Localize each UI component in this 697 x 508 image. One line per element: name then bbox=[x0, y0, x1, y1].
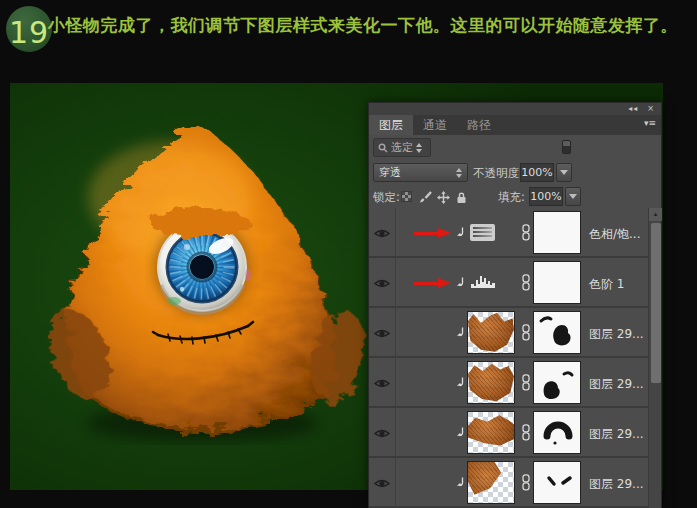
tab-layers[interactable]: 图层 bbox=[369, 115, 413, 135]
visibility-eye-icon[interactable] bbox=[374, 278, 390, 289]
clipping-mask-icon bbox=[456, 427, 465, 439]
opacity-dropdown-button[interactable] bbox=[556, 163, 572, 182]
layer-row-huesat[interactable]: 色相/饱... bbox=[369, 208, 648, 258]
hue-saturation-adjustment-icon[interactable] bbox=[470, 224, 495, 241]
annotation-arrow bbox=[414, 280, 451, 287]
levels-adjustment-icon[interactable] bbox=[470, 274, 497, 289]
layer-mask-thumbnail[interactable] bbox=[533, 211, 581, 254]
step-number: 19 bbox=[9, 15, 49, 50]
layer-list: 色相/饱... bbox=[369, 208, 648, 508]
layer-name: 图层 29... bbox=[589, 376, 644, 393]
panel-tabbar: 图层 通道 路径 bbox=[369, 115, 661, 135]
filter-toggle-icon[interactable] bbox=[562, 140, 571, 154]
lock-all-icon[interactable] bbox=[456, 191, 467, 204]
scroll-up-button[interactable]: ▴ bbox=[649, 208, 662, 221]
fill-input[interactable]: 100% bbox=[529, 187, 563, 206]
close-panel-icon[interactable]: × bbox=[647, 105, 655, 113]
layer-row-pixel[interactable]: 图层 29... bbox=[369, 358, 648, 408]
opacity-input[interactable]: 100% bbox=[520, 163, 554, 182]
layer-row-pixel[interactable]: 图层 29... bbox=[369, 408, 648, 458]
link-mask-icon bbox=[521, 374, 531, 391]
layers-scrollbar[interactable]: ▴ bbox=[648, 208, 661, 508]
tutorial-step-text: 小怪物完成了，我们调节下图层样式来美化一下他。这里的可以开始随意发挥了。 bbox=[48, 14, 696, 37]
layer-mask-thumbnail[interactable] bbox=[533, 311, 581, 354]
layer-name: 图层 29... bbox=[589, 476, 644, 493]
visibility-eye-icon[interactable] bbox=[374, 428, 390, 439]
lock-row: 锁定: 填充: 100% bbox=[369, 185, 661, 209]
layer-name: 色相/饱... bbox=[589, 226, 641, 243]
monster-artwork bbox=[22, 113, 367, 448]
lock-transparency-icon[interactable] bbox=[401, 191, 412, 202]
clipping-mask-icon bbox=[456, 377, 465, 389]
tab-channels[interactable]: 通道 bbox=[413, 115, 457, 135]
link-mask-icon bbox=[521, 324, 531, 341]
layer-thumbnail[interactable] bbox=[467, 311, 515, 354]
layer-filter-dropdown[interactable]: 选定 bbox=[373, 138, 431, 157]
layer-mask-thumbnail[interactable] bbox=[533, 361, 581, 404]
mask-paint-marks bbox=[534, 462, 580, 503]
link-mask-icon bbox=[521, 474, 531, 491]
layer-row-pixel[interactable]: 图层 29... bbox=[369, 458, 648, 508]
blend-mode-value: 穿透 bbox=[379, 165, 401, 180]
layer-row-pixel[interactable]: 图层 29... bbox=[369, 308, 648, 358]
layers-panel: ◂◂ × 图层 通道 路径 ▾≡ 选定 穿透 不 bbox=[368, 102, 662, 508]
lock-label: 锁定: bbox=[373, 185, 400, 209]
collapse-panel-icon[interactable]: ◂◂ bbox=[628, 105, 638, 113]
layer-thumbnail[interactable] bbox=[467, 411, 515, 454]
layer-thumbnail[interactable] bbox=[467, 361, 515, 404]
clipping-mask-icon bbox=[456, 477, 465, 489]
panel-menu-icon[interactable]: ▾≡ bbox=[644, 118, 656, 128]
visibility-eye-icon[interactable] bbox=[374, 228, 390, 239]
mask-paint-marks bbox=[534, 312, 580, 353]
link-mask-icon bbox=[521, 424, 531, 441]
page: 19 小怪物完成了，我们调节下图层样式来美化一下他。这里的可以开始随意发挥了。 bbox=[0, 0, 697, 508]
mask-paint-marks bbox=[534, 362, 580, 403]
visibility-eye-icon[interactable] bbox=[374, 478, 390, 489]
lock-pixels-brush-icon[interactable] bbox=[419, 191, 432, 204]
clipping-mask-icon bbox=[456, 327, 465, 339]
layer-thumbnail[interactable] bbox=[467, 461, 515, 504]
chevron-updown-icon bbox=[456, 168, 462, 178]
layer-name: 图层 29... bbox=[589, 426, 644, 443]
visibility-eye-icon[interactable] bbox=[374, 378, 390, 389]
visibility-eye-icon[interactable] bbox=[374, 328, 390, 339]
panel-group-header: ◂◂ × bbox=[369, 103, 661, 115]
layer-name: 色阶 1 bbox=[589, 276, 624, 293]
blend-mode-select[interactable]: 穿透 bbox=[373, 163, 468, 182]
opacity-label: 不透明度: bbox=[473, 161, 523, 185]
search-icon bbox=[378, 143, 388, 153]
lock-position-icon[interactable] bbox=[437, 191, 450, 204]
layer-filter-row: 选定 bbox=[369, 135, 661, 161]
chevron-updown-icon bbox=[416, 143, 422, 153]
clipping-mask-icon bbox=[456, 277, 465, 289]
layer-name: 图层 29... bbox=[589, 326, 644, 343]
filter-kind-label: 选定 bbox=[391, 140, 413, 155]
scrollbar-thumb[interactable] bbox=[651, 223, 661, 383]
annotation-arrow bbox=[414, 230, 451, 237]
link-mask-icon bbox=[521, 274, 531, 291]
link-mask-icon bbox=[521, 224, 531, 241]
layer-row-levels[interactable]: 色阶 1 bbox=[369, 258, 648, 308]
blend-mode-row: 穿透 不透明度: 100% bbox=[369, 161, 661, 185]
tab-paths[interactable]: 路径 bbox=[457, 115, 501, 135]
layer-mask-thumbnail[interactable] bbox=[533, 261, 581, 304]
fill-dropdown-button[interactable] bbox=[565, 187, 581, 206]
fill-label: 填充: bbox=[498, 185, 525, 209]
layer-mask-thumbnail[interactable] bbox=[533, 461, 581, 504]
clipping-mask-icon bbox=[456, 227, 465, 239]
mask-paint-marks bbox=[534, 412, 580, 453]
layer-mask-thumbnail[interactable] bbox=[533, 411, 581, 454]
